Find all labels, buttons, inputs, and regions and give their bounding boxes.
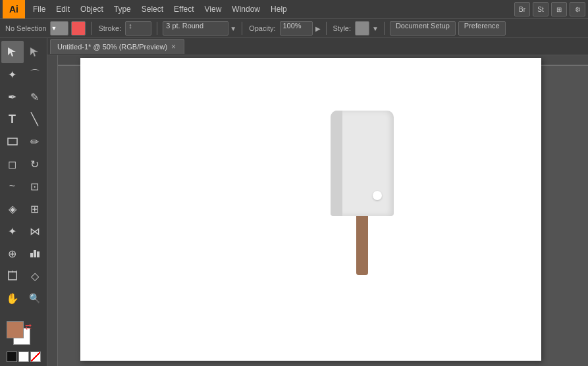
divider-1 [91,22,92,35]
perspective-tool[interactable]: ⊞ [24,197,46,220]
main: ✦ ⌒ ✒ ✎ T ╲ ✏ ◻ ↻ ~ ⊡ ◈ ⊞ ✦ [0,38,588,366]
fill-swatch[interactable]: ▼ [50,21,68,36]
toolbar: No Selection ▼ Stroke: ↕ 3 pt. Round ▼ O… [0,18,588,38]
color-stack: ⇄ [7,321,36,350]
magic-wand-tool[interactable]: ✦ [1,63,24,86]
opacity-input[interactable]: 100% [280,21,313,36]
menu-type[interactable]: Type [109,2,136,16]
type-tool[interactable]: T [1,108,24,130]
icecream-body [331,111,394,216]
svg-rect-2 [8,138,17,145]
tab-close-btn[interactable]: × [171,42,176,51]
menu-view[interactable]: View [200,2,227,16]
menu-bar: Ai File Edit Object Type Select Effect V… [0,0,588,18]
preferences-btn[interactable]: Preference [458,21,506,36]
add-anchor-tool[interactable]: ✎ [24,86,46,108]
pen-tool[interactable]: ✒ [1,86,24,108]
settings-btn[interactable]: ⚙ [570,2,585,16]
tab-label: Untitled-1* @ 50% (RGB/Preview) [57,43,167,51]
toolbox-colors: ⇄ [4,317,43,366]
toolbox: ✦ ⌒ ✒ ✎ T ╲ ✏ ◻ ↻ ~ ⊡ ◈ ⊞ ✦ [0,38,47,366]
style-swatch[interactable] [355,21,369,36]
eraser-tool[interactable]: ◻ [1,153,24,175]
shape-builder-tool[interactable]: ◈ [1,197,24,220]
artboard [80,58,541,361]
stroke-swatch[interactable] [71,21,86,36]
menu-file[interactable]: File [28,2,51,16]
grid-btn[interactable]: ⊞ [551,2,567,16]
ai-logo: Ai [3,0,25,18]
stroke-value-input[interactable]: 3 pt. Round [163,21,228,36]
illustration [331,111,394,275]
stroke-label: Stroke: [97,24,122,32]
icecream-dot [373,191,382,200]
icecream-group [331,111,394,275]
symbol-tool[interactable]: ⊕ [1,242,24,265]
warp-tool[interactable]: ~ [1,175,24,197]
pencil-tool[interactable]: ✏ [24,130,46,153]
ruler-left [47,55,58,366]
rectangle-tool[interactable] [1,130,24,153]
menu-effect[interactable]: Effect [169,2,199,16]
none-swatch[interactable] [30,352,41,362]
svg-rect-4 [34,250,36,257]
icon-bar-right: Br St ⊞ ⚙ [514,2,585,16]
white-swatch[interactable] [18,352,29,362]
direct-selection-tool[interactable] [24,41,46,63]
hand-tool[interactable]: ✋ [1,287,24,309]
icecream-stick [356,216,368,275]
selection-tool[interactable] [1,41,24,63]
opacity-label: Opacity: [248,24,277,32]
canvas-area: Untitled-1* @ 50% (RGB/Preview) × [47,38,588,366]
svg-marker-0 [8,47,16,57]
column-graph-tool[interactable] [24,242,46,265]
foreground-color[interactable] [7,321,24,338]
divider-2 [157,22,157,35]
mini-swatches [7,352,41,362]
stroke-select[interactable]: ↕ [125,21,151,36]
rotate-tool[interactable]: ↻ [24,153,46,175]
stock-btn[interactable]: St [533,2,548,16]
svg-marker-1 [30,47,38,57]
eyedropper-tool[interactable]: ✦ [1,220,24,242]
bridge-btn[interactable]: Br [514,2,530,16]
document-tab[interactable]: Untitled-1* @ 50% (RGB/Preview) × [50,39,184,54]
divider-3 [242,22,242,35]
document-setup-btn[interactable]: Document Setup [390,21,456,36]
style-label: Style: [332,24,353,32]
svg-rect-3 [30,253,33,257]
menu-object[interactable]: Object [75,2,109,16]
blend-tool[interactable]: ⋈ [24,220,46,242]
free-transform-tool[interactable]: ⊡ [24,175,46,197]
artboard-tool[interactable] [1,265,24,287]
zoom-tool[interactable]: 🔍 [24,287,46,309]
divider-5 [384,22,385,35]
selection-label: No Selection [4,24,47,32]
menu-window[interactable]: Window [227,2,265,16]
menu-edit[interactable]: Edit [51,2,75,16]
lasso-tool[interactable]: ⌒ [24,63,46,86]
line-tool[interactable]: ╲ [24,108,46,130]
tab-bar: Untitled-1* @ 50% (RGB/Preview) × [47,38,588,55]
menu-select[interactable]: Select [136,2,169,16]
slice-tool[interactable]: ◇ [24,265,46,287]
svg-rect-6 [9,272,16,280]
black-swatch[interactable] [7,352,17,362]
menu-help[interactable]: Help [265,2,292,16]
svg-rect-5 [37,251,40,257]
swap-colors-icon[interactable]: ⇄ [25,323,34,332]
divider-4 [326,22,327,35]
